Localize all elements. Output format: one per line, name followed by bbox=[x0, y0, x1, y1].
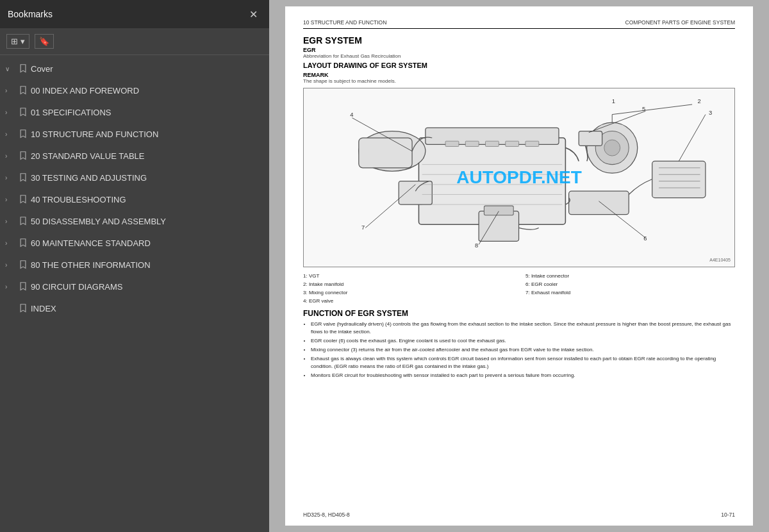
expand-arrow-20-standard[interactable]: › bbox=[5, 153, 15, 160]
part-item-5: 5: Intake connector bbox=[525, 272, 735, 280]
bookmark-icon-50-disassembly bbox=[18, 216, 28, 226]
bookmark-label-90-circuit: 90 CIRCUIT DIAGRAMS bbox=[31, 282, 264, 292]
bookmark-icon-01-specs bbox=[18, 107, 28, 117]
svg-text:4: 4 bbox=[351, 111, 354, 117]
svg-text:2: 2 bbox=[698, 97, 701, 104]
bookmark-icon-30-testing bbox=[18, 172, 28, 183]
svg-rect-14 bbox=[484, 206, 514, 215]
bookmark-item-60-maintenance[interactable]: › 60 MAINTENANCE STANDARD bbox=[0, 232, 269, 254]
sidebar-toolbar: ⊞ ▾ 🔖 bbox=[0, 28, 269, 55]
bullet-item-1: EGR cooler (6) cools the exhaust gas. En… bbox=[311, 337, 735, 345]
part-item-4: 4: EGR valve bbox=[303, 297, 513, 305]
part-item-1: 1: VGT bbox=[303, 272, 513, 280]
bookmark-icon-10-structure bbox=[18, 129, 28, 139]
bookmark-item-80-other[interactable]: › 80 THE OTHER INFORMATION bbox=[0, 254, 269, 276]
bookmark-icon-90-circuit bbox=[18, 281, 28, 292]
bookmark-label-60-maintenance: 60 MAINTENANCE STANDARD bbox=[31, 238, 264, 248]
bookmark-item-00-index[interactable]: › 00 INDEX AND FOREWORD bbox=[0, 79, 269, 101]
expand-all-button[interactable]: ⊞ ▾ bbox=[6, 34, 29, 49]
bookmark-label-40-trouble: 40 TROUBLESHOOTING bbox=[31, 195, 264, 204]
expand-arrow-30-testing[interactable]: › bbox=[5, 174, 15, 181]
bookmark-icon-80-other bbox=[18, 260, 28, 270]
bullet-item-4: Monitors EGR circuit for troubleshooting… bbox=[311, 372, 735, 379]
bookmark-item-30-testing[interactable]: › 30 TESTING AND ADJUSTING bbox=[0, 167, 269, 188]
bookmark-label-80-other: 80 THE OTHER INFORMATION bbox=[31, 260, 264, 270]
bookmark-label-50-disassembly: 50 DISASSEMBLY AND ASSEMBLY bbox=[31, 217, 264, 226]
expand-arrow-90-circuit[interactable]: › bbox=[5, 283, 15, 290]
remark-text: The shape is subject to machine models. bbox=[303, 78, 735, 84]
svg-point-7 bbox=[604, 140, 620, 156]
bookmark-label-cover: Cover bbox=[31, 64, 264, 74]
svg-rect-34 bbox=[446, 141, 459, 146]
header-left: 10 STRUCTURE AND FUNCTION bbox=[303, 19, 386, 26]
egr-description: Abbreviation for Exhaust Gas Recirculati… bbox=[303, 53, 735, 59]
page-container: 10 STRUCTURE AND FUNCTION COMPONENT PART… bbox=[285, 6, 753, 526]
bookmark-item-40-trouble[interactable]: › 40 TROUBLESHOOTING bbox=[0, 188, 269, 210]
bullet-item-2: Mixing connector (3) returns the air fro… bbox=[311, 346, 735, 354]
close-button[interactable]: ✕ bbox=[245, 7, 261, 22]
footer-model: HD325-8, HD405-8 bbox=[303, 511, 350, 518]
expand-arrow-cover[interactable]: ∨ bbox=[5, 65, 15, 72]
bookmark-icon-cover bbox=[18, 63, 28, 74]
bookmark-item-cover[interactable]: ∨ Cover bbox=[0, 58, 269, 79]
bookmark-button[interactable]: 🔖 bbox=[35, 34, 54, 49]
expand-arrow-50-disassembly[interactable]: › bbox=[5, 218, 15, 225]
bookmark-icon-40-trouble bbox=[18, 194, 28, 204]
footer-page: 10-71 bbox=[721, 511, 735, 518]
svg-rect-13 bbox=[479, 211, 519, 241]
bullet-item-3: Exhaust gas is always clean with this sy… bbox=[311, 355, 735, 370]
bookmark-icon-20-standard bbox=[18, 151, 28, 161]
bookmark-item-10-structure[interactable]: › 10 STRUCTURE AND FUNCTION bbox=[0, 123, 269, 145]
bookmark-label-00-index: 00 INDEX AND FOREWORD bbox=[31, 86, 264, 96]
svg-text:8: 8 bbox=[475, 242, 478, 248]
sidebar-title: Bookmarks bbox=[8, 9, 53, 19]
bookmark-item-90-circuit[interactable]: › 90 CIRCUIT DIAGRAMS bbox=[0, 276, 269, 297]
bookmark-icon-index bbox=[18, 303, 28, 313]
page-footer: HD325-8, HD405-8 10-71 bbox=[303, 511, 735, 518]
page-header: 10 STRUCTURE AND FUNCTION COMPONENT PART… bbox=[303, 19, 735, 29]
svg-rect-16 bbox=[569, 191, 629, 214]
svg-rect-8 bbox=[652, 161, 706, 197]
part-item-6: 6: EGR cooler bbox=[525, 281, 735, 288]
svg-text:1: 1 bbox=[612, 97, 615, 104]
bookmark-item-50-disassembly[interactable]: › 50 DISASSEMBLY AND ASSEMBLY bbox=[0, 210, 269, 232]
svg-rect-17 bbox=[579, 131, 602, 145]
svg-text:6: 6 bbox=[644, 235, 647, 242]
layout-drawing-title: LAYOUT DRAWING OF EGR SYSTEM bbox=[303, 62, 735, 69]
bookmark-label-01-specs: 01 SPECIFICATIONS bbox=[31, 108, 264, 117]
bullet-item-0: EGR valve (hydraulically driven) (4) con… bbox=[311, 320, 735, 336]
bookmark-label-30-testing: 30 TESTING AND ADJUSTING bbox=[31, 173, 264, 183]
sidebar-header: Bookmarks ✕ bbox=[0, 0, 269, 28]
function-of: OF EGR SYSTEM bbox=[345, 309, 408, 318]
svg-rect-37 bbox=[506, 141, 519, 146]
part-item-7: 7: Exhaust manifold bbox=[525, 289, 735, 297]
expand-arrow-40-trouble[interactable]: › bbox=[5, 196, 15, 203]
bookmark-label-index: INDEX bbox=[31, 304, 264, 313]
function-title: FUNCTION OF EGR SYSTEM bbox=[303, 309, 735, 318]
bookmark-label-10-structure: 10 STRUCTURE AND FUNCTION bbox=[31, 129, 264, 139]
header-right: COMPONENT PARTS OF ENGINE SYSTEM bbox=[625, 19, 735, 26]
bookmark-item-index[interactable]: INDEX bbox=[0, 297, 269, 319]
egr-diagram-box: AUTOPDF.NET bbox=[303, 88, 735, 267]
bookmarks-list: ∨ Cover› 00 INDEX AND FOREWORD› 01 SPECI… bbox=[0, 55, 269, 532]
bookmark-item-20-standard[interactable]: › 20 STANDARD VALUE TABLE bbox=[0, 145, 269, 167]
bookmark-icon-60-maintenance bbox=[18, 238, 28, 248]
remark-label: REMARK bbox=[303, 72, 735, 78]
expand-arrow-80-other[interactable]: › bbox=[5, 262, 15, 269]
expand-arrow-00-index[interactable]: › bbox=[5, 87, 15, 94]
main-content-area: 10 STRUCTURE AND FUNCTION COMPONENT PART… bbox=[269, 0, 769, 532]
function-bullets: EGR valve (hydraulically driven) (4) con… bbox=[303, 320, 735, 379]
parts-list: 1: VGT5: Intake connector2: Intake manif… bbox=[303, 272, 735, 305]
expand-arrow-10-structure[interactable]: › bbox=[5, 131, 15, 138]
part-item-3: 3: Mixing connector bbox=[303, 289, 513, 297]
egr-system-title: EGR SYSTEM bbox=[303, 35, 735, 46]
svg-text:3: 3 bbox=[709, 109, 713, 115]
svg-rect-35 bbox=[466, 141, 479, 146]
expand-arrow-01-specs[interactable]: › bbox=[5, 109, 15, 116]
function-word: FUNCTION bbox=[303, 309, 343, 318]
bookmark-label-20-standard: 20 STANDARD VALUE TABLE bbox=[31, 151, 264, 161]
svg-rect-4 bbox=[359, 138, 412, 168]
egr-label: EGR bbox=[303, 47, 735, 53]
expand-arrow-60-maintenance[interactable]: › bbox=[5, 240, 15, 247]
bookmark-item-01-specs[interactable]: › 01 SPECIFICATIONS bbox=[0, 101, 269, 123]
